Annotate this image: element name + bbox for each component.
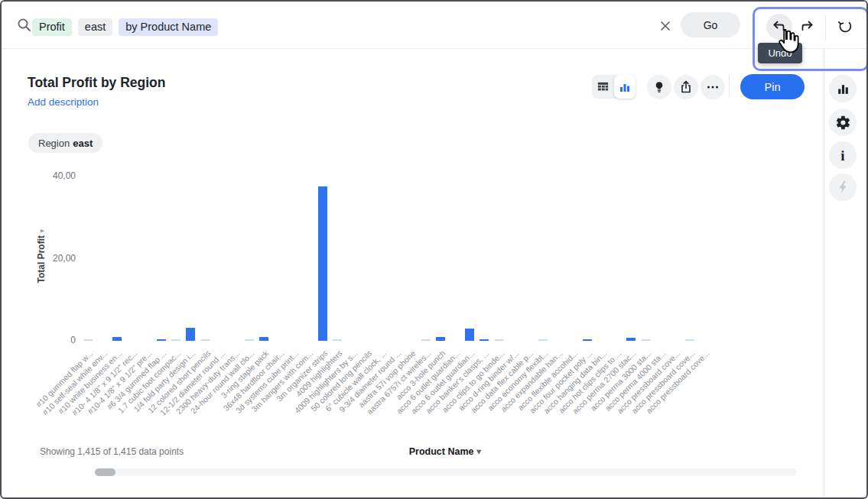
chart-view-button[interactable] [614,75,636,99]
bar-17[interactable] [333,339,342,341]
info-button[interactable]: i [829,141,857,169]
add-description-link[interactable]: Add description [28,96,99,108]
lightbulb-icon [652,79,667,95]
insights-button[interactable] [647,75,671,99]
history-divider [825,15,826,40]
filter-chip-value: east [73,138,93,149]
search-bar: Profit east by Product Name Go [2,2,866,49]
spotiq-button[interactable] [829,173,857,201]
y-tick-0: 0 [28,335,76,345]
ellipsis-icon [705,79,720,95]
chart-scrollbar-track[interactable] [95,468,797,476]
x-axis-selector[interactable]: Product Name ▾ [361,446,529,457]
y-tick-40,00: 40,00 [28,170,76,181]
undo-icon [771,18,788,35]
sidebar-divider [824,49,824,497]
search-token-profit[interactable]: Profit [32,18,72,36]
pin-button[interactable]: Pin [740,74,805,99]
share-button[interactable] [674,75,698,99]
clear-search-icon[interactable] [658,18,673,34]
redo-icon [798,18,815,35]
view-toggle [592,75,636,99]
undo-button[interactable] [766,14,792,40]
app-window: Profit east by Product Name Go [0,0,868,499]
reset-icon [837,18,854,35]
search-token-by-product-name[interactable]: by Product Name [119,18,218,36]
bar-12[interactable] [259,337,268,341]
search-token-east[interactable]: east [78,18,112,36]
gear-icon [835,115,851,131]
toolbar-divider [729,76,730,98]
lightning-bolt-icon [835,180,850,195]
table-view-button[interactable] [592,75,614,99]
bar-chart-icon [618,80,632,94]
bar-37[interactable] [626,338,636,341]
more-options-button[interactable] [701,75,725,99]
bar-2[interactable] [112,337,122,341]
bar-5[interactable] [157,339,166,341]
bar-6[interactable] [171,339,180,341]
page-title: Total Profit by Region [28,75,166,91]
bar-7[interactable] [186,328,195,341]
history-toolbar-focus-box: Undo [753,7,868,71]
settings-button[interactable] [829,109,857,136]
search-token-list: Profit east by Product Name [32,18,218,36]
filter-chip-region[interactable]: Region east [28,133,102,153]
redo-button[interactable] [794,14,820,40]
go-button[interactable]: Go [681,12,740,37]
reset-button[interactable] [833,14,859,40]
bar-23[interactable] [421,339,431,341]
data-point-count: Showing 1,415 of 1,415 data points [40,446,184,457]
undo-tooltip: Undo [758,43,802,63]
share-icon [678,79,694,95]
x-axis-caret-icon: ▾ [476,446,481,457]
bar-24[interactable] [436,337,445,341]
y-tick-20,00: 20,00 [28,253,76,264]
bar-26[interactable] [465,329,474,341]
bar-27[interactable] [480,339,489,341]
bar-28[interactable] [495,339,504,341]
bar-38[interactable] [642,339,651,341]
bar-41[interactable] [685,339,694,341]
filter-chip-field: Region [38,138,70,149]
search-icon [17,18,32,33]
bar-8[interactable] [201,339,210,341]
table-icon [597,80,610,93]
chart-scrollbar-thumb[interactable] [95,468,115,476]
bar-31[interactable] [538,339,548,341]
bar-11[interactable] [245,339,254,341]
info-icon: i [840,148,844,163]
chart-config-button[interactable] [829,75,857,102]
chart-config-icon [836,82,850,96]
bar-34[interactable] [583,339,592,341]
bar-16[interactable] [318,186,327,341]
y-axis-caret-icon: ▾ [37,229,46,233]
bar-0[interactable] [83,339,93,341]
